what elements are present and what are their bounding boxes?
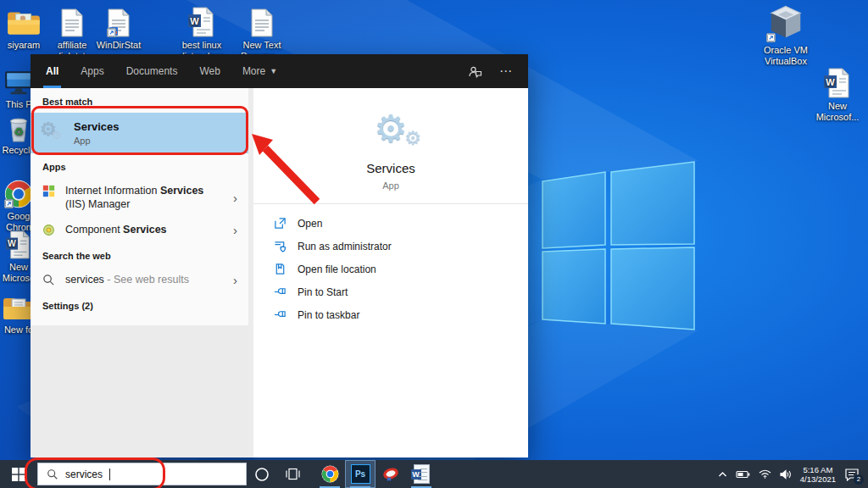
taskbar-word[interactable]: W — [406, 460, 437, 488]
desktop-icon-label: siyaram — [8, 40, 41, 51]
desktop-icon-new-microsoft-word-2[interactable]: New Microsof... — [810, 64, 865, 123]
feedback-icon[interactable] — [468, 64, 482, 79]
iis-app-icon — [42, 185, 55, 197]
tab-documents[interactable]: Documents — [126, 54, 178, 88]
section-label-best-match: Best match — [31, 88, 248, 113]
action-open-file-location[interactable]: Open file location — [253, 258, 528, 280]
tab-more[interactable]: More▼ — [242, 54, 277, 88]
more-options-icon[interactable]: ⋯ — [499, 64, 513, 79]
windows-desktop: W — [0, 0, 868, 488]
shortcut-arrow-icon — [4, 199, 14, 208]
best-match-title: Services — [74, 120, 120, 133]
tray-chevron-up-icon[interactable] — [718, 471, 727, 478]
chevron-down-icon: ▼ — [270, 67, 277, 75]
detail-title: Services — [253, 161, 528, 175]
chevron-right-icon[interactable]: › — [233, 274, 237, 286]
text-document-icon — [60, 3, 84, 37]
search-panel: All Apps Documents Web More▼ ⋯ Best matc… — [31, 54, 528, 458]
chevron-right-icon[interactable]: › — [233, 224, 237, 236]
desktop-icon-siyaram[interactable]: siyaram — [0, 3, 47, 51]
section-label-apps: Apps — [31, 153, 248, 178]
best-match-result-services[interactable]: ⚙⚙ Services App — [31, 113, 248, 153]
taskbar-chrome[interactable] — [314, 460, 345, 488]
desktop-icon-label: Oracle VM VirtualBox — [758, 45, 814, 67]
desktop-icon-label: New Microsof... — [810, 101, 865, 123]
virtualbox-cube-icon — [766, 3, 805, 42]
taskbar-photoshop[interactable]: Ps — [345, 460, 376, 488]
search-panel-body: Best match ⚙⚙ Services App Apps Internet… — [31, 88, 528, 458]
wifi-icon[interactable] — [759, 469, 771, 479]
taskbar-search-box[interactable]: services — [37, 463, 247, 485]
chevron-right-icon[interactable]: › — [233, 191, 237, 204]
desktop-icon-new-text-document[interactable]: New Text Docume... — [234, 3, 290, 62]
desktop-icon-best-linux-distro[interactable]: best linux distro.docx — [175, 3, 229, 62]
search-input-value: services — [65, 469, 103, 480]
admin-shield-icon — [274, 240, 287, 252]
action-pin-to-taskbar[interactable]: Pin to taskbar — [253, 303, 528, 326]
start-button[interactable] — [0, 460, 37, 488]
action-run-as-administrator[interactable]: Run as administrator — [253, 235, 528, 258]
word-document-icon — [823, 64, 852, 98]
task-view-button[interactable] — [277, 460, 308, 488]
pin-icon — [274, 308, 287, 321]
system-tray: 5:16 AM 4/13/2021 2 — [718, 465, 868, 484]
detail-subtitle: App — [253, 180, 528, 191]
result-iis-manager[interactable]: Internet Information Services (IIS) Mana… — [31, 178, 248, 217]
services-gear-icon: ⚙⚙ — [42, 122, 64, 144]
notification-badge: 2 — [854, 474, 864, 485]
taskbar: services Ps — [0, 460, 868, 488]
shortcut-arrow-icon — [107, 28, 116, 37]
pin-icon — [274, 286, 287, 298]
text-document-icon — [250, 3, 274, 37]
open-icon — [274, 217, 287, 230]
volume-icon[interactable] — [780, 469, 792, 480]
action-center-button[interactable]: 2 — [844, 468, 860, 481]
cortana-button[interactable] — [247, 460, 277, 488]
shortcut-arrow-icon — [766, 33, 776, 42]
red-app-icon — [381, 466, 400, 483]
detail-divider — [253, 203, 528, 204]
best-match-subtitle: App — [74, 136, 120, 146]
windows-logo-icon — [12, 468, 25, 481]
word-document-icon — [5, 225, 32, 259]
desktop-icon-virtualbox[interactable]: Oracle VM VirtualBox — [758, 3, 814, 67]
desktop-icon-windirstat[interactable]: WinDirStat — [90, 3, 147, 51]
chrome-icon — [321, 465, 339, 483]
folder-location-icon — [274, 263, 287, 275]
taskbar-app-red[interactable] — [376, 460, 406, 488]
tab-apps[interactable]: Apps — [81, 54, 103, 88]
app-document-icon — [107, 3, 131, 37]
clock-date: 4/13/2021 — [800, 474, 836, 484]
desktop-icon-label: WinDirStat — [97, 40, 142, 51]
battery-icon[interactable] — [736, 470, 750, 479]
cortana-icon — [254, 467, 270, 482]
clock-time: 5:16 AM — [800, 465, 836, 474]
search-icon — [42, 274, 55, 286]
action-open[interactable]: Open — [253, 212, 528, 235]
section-label-web: Search the web — [31, 242, 248, 267]
services-gear-icon-large: ⚙⚙ — [253, 110, 528, 151]
search-detail-pane: ⚙⚙ Services App Open Run as adminis — [253, 88, 528, 458]
desktop-icon-label: New fo — [4, 324, 33, 336]
photoshop-icon: Ps — [351, 464, 370, 484]
search-panel-header: All Apps Documents Web More▼ ⋯ — [31, 54, 528, 88]
result-component-services[interactable]: Component Services › — [31, 217, 248, 242]
folder-photo-icon — [6, 3, 42, 37]
component-services-icon — [42, 224, 55, 236]
text-caret — [109, 469, 110, 480]
tab-all[interactable]: All — [46, 54, 58, 88]
taskbar-clock[interactable]: 5:16 AM 4/13/2021 — [800, 465, 836, 484]
search-icon — [47, 469, 58, 480]
section-label-settings[interactable]: Settings (2) — [31, 292, 248, 317]
word-document-icon — [187, 3, 216, 37]
result-web-search[interactable]: services - See web results › — [31, 267, 248, 292]
task-view-icon — [286, 468, 300, 480]
search-results-column: Best match ⚙⚙ Services App Apps Internet… — [31, 88, 248, 458]
chrome-icon — [4, 175, 33, 208]
word-icon: W — [414, 464, 430, 484]
recycle-bin-icon — [6, 108, 31, 142]
action-pin-to-start[interactable]: Pin to Start — [253, 280, 528, 303]
tab-web[interactable]: Web — [199, 54, 220, 88]
